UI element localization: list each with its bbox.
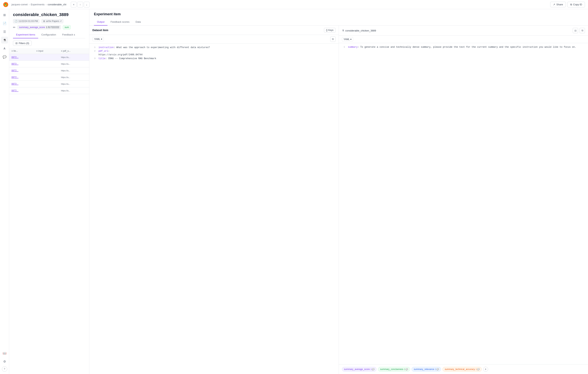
copy-id-label: Copy ID xyxy=(573,3,582,6)
experiment-format-label: YAML xyxy=(344,38,350,41)
col-sort-icon-3: ≡ xyxy=(61,50,63,52)
cell-input xyxy=(34,81,59,87)
fb-tag-summary-average-score[interactable]: summary_average_score 1 💬 xyxy=(342,367,377,372)
sidebar-icon-help[interactable]: ? xyxy=(2,366,7,372)
experiment-code-block: 1 summary: To generate a concise and tec… xyxy=(339,43,588,364)
clock-icon: 🕐 xyxy=(15,20,18,22)
dataset-section: Dataset item {} Keys YAML ▾ ⧉ xyxy=(89,26,339,374)
sidebar-icon-list[interactable]: ☰ xyxy=(1,28,8,35)
col-header-pdf: ≡ pdf_u... xyxy=(59,48,89,54)
code-line-1: 1 instruction: What was the approach to … xyxy=(92,46,336,49)
fb-key-3: summary_relevance xyxy=(414,368,434,371)
main-layout: ⊞ 📄 ☰ ⚗ A 💬 📖 ⚙ ? considerable_chicken_3… xyxy=(0,9,588,374)
right-panel-header: Experiment item Output Feedback scores D… xyxy=(89,9,588,26)
chevron-down-icon: ▾ xyxy=(101,38,102,41)
cell-pdf-url: https://a... xyxy=(59,67,89,74)
experiment-format-selector[interactable]: YAML ▾ xyxy=(342,37,353,42)
experiment-name-badge: ⚗ considerable_chicken_3889 xyxy=(342,29,376,32)
table-row[interactable]: 0672... https://a... xyxy=(9,74,89,81)
tab-experiment-items[interactable]: Experiment items xyxy=(13,31,38,38)
cell-pdf-url: https://a... xyxy=(59,74,89,81)
fb-count-4: 1 💬 xyxy=(476,368,479,370)
cell-id[interactable]: 0672... xyxy=(9,67,34,74)
date-badge: 🕐 11/22/24 01:03 PM xyxy=(13,19,40,23)
code-line-3: 3 title: CRAG -- Comprehensive RAG Bench… xyxy=(92,57,336,61)
nav-down-button[interactable]: ↓ xyxy=(84,2,90,7)
dataset-section-title: Dataset item xyxy=(92,29,108,32)
breadcrumb-current: considerable_chi xyxy=(48,3,66,6)
cell-id[interactable]: 0672... xyxy=(9,61,34,67)
sidebar-icon-comment[interactable]: 💬 xyxy=(1,53,8,60)
breadcrumb-section[interactable]: Experiments xyxy=(31,3,44,6)
col-sort-icon: ≡ xyxy=(11,50,13,52)
sidebar-icon-book[interactable]: 📖 xyxy=(1,350,8,356)
cell-pdf-url: https://a... xyxy=(59,81,89,87)
table-row[interactable]: 0672... https://a... xyxy=(9,81,89,87)
tab-configuration[interactable]: Configuration xyxy=(38,31,59,38)
right-panel-title: Experiment item xyxy=(94,12,583,16)
sidebar-bottom: 📖 ⚙ ? xyxy=(1,350,8,372)
fb-tag-summary-conciseness[interactable]: summary_conciseness 1 💬 xyxy=(378,367,410,372)
comment-icon-2: 💬 xyxy=(406,368,408,370)
date-value: 11/22/24 01:03 PM xyxy=(19,20,38,22)
left-panel-tabs: Experiment items Configuration Feedback … xyxy=(13,31,85,38)
filter-label: Filters (0) xyxy=(19,42,29,45)
filter-button[interactable]: ⊟ Filters (0) xyxy=(13,41,32,46)
source-badge[interactable]: ⊞ arXiv Papers ↗ xyxy=(42,19,63,23)
top-bar-left: 🦜 jacques-comet › Experiments › consider… xyxy=(3,2,90,7)
experiment-items-table[interactable]: ≡ Ite... ≡ input ≡ pdf_u... xyxy=(9,48,89,374)
split-content: Dataset item {} Keys YAML ▾ ⧉ xyxy=(89,26,588,374)
breadcrumb-sep-2: › xyxy=(46,3,46,6)
tab-feedback-scores[interactable]: Feedback s xyxy=(59,31,78,38)
svg-text:🦜: 🦜 xyxy=(4,3,8,6)
table-row[interactable]: 0672... https://a... xyxy=(9,61,89,67)
format-selector[interactable]: YAML ▾ xyxy=(92,37,104,41)
fb-count-1: 1 💬 xyxy=(371,368,374,370)
sidebar-icon-document[interactable]: 📄 xyxy=(1,20,8,27)
score-badge: summary_average_score 1.517222222 xyxy=(17,25,61,29)
cell-input xyxy=(34,61,59,67)
breadcrumb-workspace[interactable]: jacques-comet xyxy=(11,3,28,6)
dataset-section-header: Dataset item {} Keys xyxy=(89,26,339,35)
sidebar-icon-text[interactable]: A xyxy=(1,45,8,52)
col-header-id: ≡ Ite... xyxy=(9,48,34,54)
copy-id-button[interactable]: ⧉ Copy ID xyxy=(567,2,585,7)
cell-id[interactable]: 0672... xyxy=(9,87,34,94)
share-button[interactable]: ↗ Share xyxy=(550,2,566,7)
fb-key-4: summary_technical_accuracy xyxy=(445,368,475,371)
cell-id[interactable]: 0672... xyxy=(9,54,34,61)
sidebar-icon-settings[interactable]: ⚙ xyxy=(1,358,8,365)
sidebar-icon-flask[interactable]: ⚗ xyxy=(1,37,8,43)
meta-row: 🕐 11/22/24 01:03 PM ⊞ arXiv Papers ↗ xyxy=(13,19,85,23)
edit-icon: ✏ xyxy=(13,26,15,29)
copy-experiment-button[interactable]: ⧉ xyxy=(580,28,585,33)
table-row[interactable]: 0672... https://a... xyxy=(9,87,89,94)
tab-output[interactable]: Output xyxy=(94,19,107,26)
cell-input xyxy=(34,67,59,74)
copy-dataset-button[interactable]: ⧉ xyxy=(330,36,336,42)
sidebar-icon-home[interactable]: ⊞ xyxy=(1,11,8,18)
flask-icon-small: ⚗ xyxy=(342,29,344,32)
cell-id[interactable]: 0672... xyxy=(9,74,34,81)
comment-icon-4: 💬 xyxy=(477,368,480,370)
close-panel-button[interactable]: × xyxy=(71,2,77,7)
fb-tag-summary-technical-accuracy[interactable]: summary_technical_accuracy 1 💬 xyxy=(442,367,482,372)
fb-key-2: summary_conciseness xyxy=(380,368,403,371)
table-row[interactable]: 0672... https://a... xyxy=(9,54,89,61)
cell-id[interactable]: 0672... xyxy=(9,81,34,87)
cell-pdf-url: https://a... xyxy=(59,87,89,94)
table-row[interactable]: 0672... https://a... xyxy=(9,67,89,74)
breadcrumb: jacques-comet › Experiments › considerab… xyxy=(11,3,66,6)
tab-data[interactable]: Data xyxy=(133,19,144,26)
add-feedback-tag-button[interactable]: + xyxy=(483,367,488,372)
filter-row: ⊟ Filters (0) xyxy=(9,38,89,48)
list-columns-button[interactable]: ⊟ xyxy=(573,28,578,33)
fb-count-3: 1 💬 xyxy=(435,368,439,370)
fb-tag-summary-relevance[interactable]: summary_relevance 1 💬 xyxy=(412,367,441,372)
tab-feedback-scores[interactable]: Feedback scores xyxy=(107,19,133,26)
experiment-name: considerable_chicken_3889 xyxy=(345,29,376,32)
left-panel: considerable_chicken_3889 🕐 11/22/24 01:… xyxy=(9,9,89,374)
keys-button[interactable]: {} Keys xyxy=(324,28,336,32)
sum-badge: sum xyxy=(63,25,71,29)
nav-up-button[interactable]: ↑ xyxy=(77,2,83,7)
